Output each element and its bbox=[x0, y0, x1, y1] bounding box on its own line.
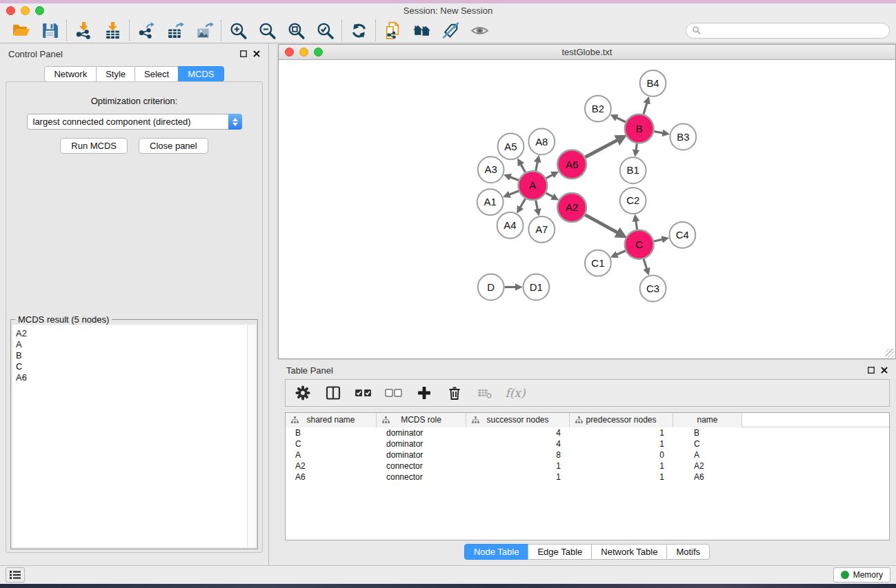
delete-table-button[interactable] bbox=[473, 382, 497, 404]
column-header-name[interactable]: name bbox=[673, 413, 742, 427]
zoom-selected-button[interactable] bbox=[310, 19, 339, 42]
criterion-dropdown[interactable]: largest connected component (directed) bbox=[27, 114, 242, 130]
network-from-table-button[interactable] bbox=[378, 19, 407, 42]
tab-network-table[interactable]: Network Table bbox=[591, 544, 667, 560]
mcds-result-item[interactable]: A bbox=[12, 339, 256, 350]
table-cell[interactable]: A2 bbox=[286, 460, 377, 472]
reset-view-button[interactable] bbox=[407, 19, 436, 42]
graph-edge-B-B4[interactable] bbox=[644, 102, 647, 114]
import-table-button[interactable] bbox=[98, 19, 127, 42]
mcds-result-item[interactable]: A6 bbox=[12, 372, 256, 383]
zoom-in-button[interactable] bbox=[223, 19, 252, 42]
table-cell[interactable]: 1 bbox=[570, 472, 673, 483]
tab-style[interactable]: Style bbox=[96, 66, 135, 82]
mcds-result-item[interactable]: C bbox=[12, 361, 256, 372]
tab-edge-table[interactable]: Edge Table bbox=[528, 544, 592, 560]
table-row[interactable]: Adominator80A bbox=[286, 449, 889, 460]
table-cell[interactable]: B bbox=[673, 427, 742, 438]
resize-grip[interactable] bbox=[886, 349, 895, 358]
table-cell[interactable]: 8 bbox=[466, 449, 570, 460]
graph-edge-A-A3[interactable] bbox=[509, 176, 519, 180]
table-cell[interactable]: dominator bbox=[377, 438, 466, 449]
table-cell[interactable]: dominator bbox=[377, 427, 466, 438]
tab-mcds[interactable]: MCDS bbox=[178, 66, 223, 82]
mcds-result-list[interactable]: A2ABCA6 bbox=[12, 325, 256, 547]
table-cell[interactable]: A bbox=[673, 449, 742, 460]
graph-edge-A-A1[interactable] bbox=[508, 191, 519, 195]
network-graph[interactable]: B4B2BB3A8A5A6A3B1AC2A1A2A4A7C4CC1DD1C3 bbox=[279, 61, 895, 358]
export-image-button[interactable] bbox=[190, 19, 219, 42]
float-panel-icon[interactable] bbox=[240, 50, 247, 57]
table-cell[interactable]: dominator bbox=[377, 449, 466, 460]
graph-edge-A6-B[interactable] bbox=[585, 139, 619, 157]
table-cell[interactable]: A6 bbox=[286, 472, 377, 483]
table-cell[interactable]: B bbox=[286, 427, 377, 438]
table-cell[interactable]: 1 bbox=[466, 460, 570, 472]
graph-edge-A-A7[interactable] bbox=[536, 201, 538, 211]
search-input[interactable] bbox=[704, 26, 884, 36]
table-cell[interactable]: C bbox=[286, 438, 377, 449]
delete-column-button[interactable] bbox=[443, 382, 466, 404]
column-header-successor-nodes[interactable]: successor nodes bbox=[466, 413, 570, 427]
table-cell[interactable]: A6 bbox=[673, 472, 742, 483]
graph-edge-A2-C[interactable] bbox=[585, 215, 619, 234]
show-columns-button[interactable] bbox=[321, 382, 345, 404]
graph-edge-C-C1[interactable] bbox=[616, 251, 626, 255]
table-settings-button[interactable] bbox=[291, 382, 315, 404]
table-row[interactable]: Cdominator41C bbox=[286, 438, 889, 449]
table-cell[interactable]: connector bbox=[377, 472, 466, 483]
graph-edge-C-C4[interactable] bbox=[654, 239, 664, 241]
task-history-button[interactable] bbox=[6, 567, 25, 582]
refresh-layout-button[interactable] bbox=[344, 19, 373, 42]
search-box[interactable] bbox=[686, 23, 890, 39]
graph-edge-B-B1[interactable] bbox=[636, 143, 637, 151]
tab-node-table[interactable]: Node Table bbox=[464, 544, 529, 560]
export-network-button[interactable] bbox=[132, 19, 161, 42]
tab-motifs[interactable]: Motifs bbox=[666, 544, 710, 560]
zoom-out-button[interactable] bbox=[252, 19, 281, 42]
float-panel-icon[interactable] bbox=[868, 367, 875, 374]
graph-edge-C-C3[interactable] bbox=[644, 259, 647, 270]
column-header-mcds-role[interactable]: MCDS role bbox=[377, 413, 466, 427]
graph-edge-A-A6[interactable] bbox=[546, 174, 554, 179]
column-header-predecessor-nodes[interactable]: predecessor nodes bbox=[570, 413, 673, 427]
table-cell[interactable]: 0 bbox=[570, 449, 673, 460]
run-mcds-button[interactable]: Run MCDS bbox=[60, 138, 128, 154]
import-network-button[interactable] bbox=[69, 19, 98, 42]
table-cell[interactable]: 4 bbox=[466, 427, 570, 438]
table-cell[interactable]: C bbox=[673, 438, 742, 449]
mcds-result-item[interactable]: A2 bbox=[12, 328, 256, 339]
close-panel-button[interactable]: Close panel bbox=[139, 138, 208, 154]
deselect-all-columns-button[interactable] bbox=[382, 382, 406, 404]
dropdown-stepper-icon[interactable] bbox=[228, 114, 242, 130]
hide-labels-button[interactable] bbox=[436, 19, 465, 42]
graph-edge-A-A2[interactable] bbox=[546, 193, 553, 197]
tab-select[interactable]: Select bbox=[135, 66, 179, 82]
table-cell[interactable]: A bbox=[286, 449, 377, 460]
table-cell[interactable]: 1 bbox=[570, 438, 673, 449]
add-column-button[interactable] bbox=[412, 382, 436, 404]
graph-edge-B-B3[interactable] bbox=[654, 132, 664, 134]
tab-network[interactable]: Network bbox=[44, 66, 97, 82]
table-row[interactable]: A6connector11A6 bbox=[286, 472, 889, 483]
mcds-result-item[interactable]: B bbox=[12, 350, 256, 361]
graph-edge-A-A4[interactable] bbox=[520, 199, 526, 208]
toggle-details-button[interactable] bbox=[465, 19, 494, 42]
graph-edge-A-A8[interactable] bbox=[536, 161, 538, 171]
network-canvas[interactable]: B4B2BB3A8A5A6A3B1AC2A1A2A4A7C4CC1DD1C3 bbox=[279, 61, 895, 358]
apply-function-button[interactable]: f(x) bbox=[504, 382, 527, 404]
table-row[interactable]: Bdominator41B bbox=[286, 427, 889, 438]
select-all-columns-button[interactable] bbox=[352, 382, 375, 404]
graph-edge-C-C2[interactable] bbox=[636, 220, 637, 230]
table-cell[interactable]: A2 bbox=[673, 460, 742, 472]
table-cell[interactable]: 1 bbox=[570, 427, 673, 438]
close-panel-icon[interactable] bbox=[253, 50, 260, 57]
graph-edge-B-B2[interactable] bbox=[615, 117, 626, 122]
export-table-button[interactable] bbox=[161, 19, 190, 42]
graph-edge-A-A5[interactable] bbox=[520, 163, 525, 172]
open-file-button[interactable] bbox=[6, 19, 35, 42]
mcds-result-scrollbar[interactable] bbox=[247, 325, 256, 547]
memory-button[interactable]: Memory bbox=[833, 567, 890, 582]
table-cell[interactable]: connector bbox=[377, 460, 466, 472]
table-cell[interactable]: 4 bbox=[466, 438, 570, 449]
